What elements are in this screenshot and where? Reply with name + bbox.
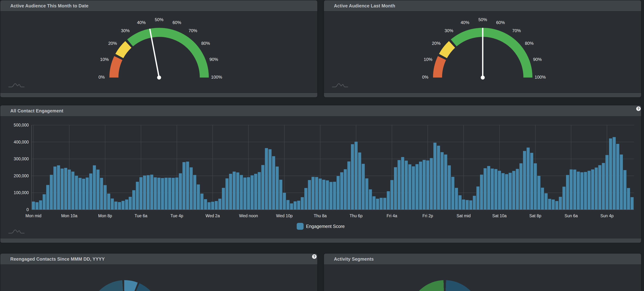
svg-text:300,000: 300,000: [14, 156, 29, 161]
svg-text:Thu 8a: Thu 8a: [314, 214, 327, 218]
svg-text:100,000: 100,000: [14, 190, 29, 195]
svg-text:100%: 100%: [211, 75, 222, 80]
wave-watermark-icon: [8, 83, 25, 88]
gauge-chart-last-month-body: 0%10%20%30%40%50%60%70%80%90%100%: [324, 12, 641, 92]
panel-header: All Contact Engagement: [0, 105, 641, 116]
svg-text:30%: 30%: [444, 28, 453, 33]
svg-text:Tue 4p: Tue 4p: [170, 214, 183, 218]
legend-label: Engagement Score: [306, 224, 344, 229]
svg-text:20%: 20%: [432, 41, 440, 46]
svg-text:10%: 10%: [424, 57, 432, 62]
svg-text:40%: 40%: [461, 20, 469, 25]
svg-text:90%: 90%: [533, 57, 542, 62]
panel-active-audience-this-month: Active Audience This Month to Date 0%10%…: [0, 0, 317, 97]
wave-watermark-icon: [8, 229, 25, 234]
svg-text:60%: 60%: [172, 20, 181, 25]
panel-header: Activity Segments: [324, 254, 641, 265]
bar-chart-body: 0100,000200,000300,000400,000500,000Mon …: [0, 116, 641, 238]
svg-text:Wed 2a: Wed 2a: [206, 214, 220, 218]
svg-text:30%: 30%: [121, 28, 130, 33]
panel-all-contact-engagement: ? All Contact Engagement 0100,000200,000…: [0, 105, 641, 243]
svg-text:Sun 4p: Sun 4p: [600, 214, 614, 218]
svg-text:200,000: 200,000: [14, 174, 29, 178]
gauge-chart: 0%10%20%30%40%50%60%70%80%90%100%: [324, 12, 641, 92]
panel-title: Activity Segments: [334, 256, 374, 262]
panel-active-audience-last-month: Active Audience Last Month 0%10%20%30%40…: [324, 0, 641, 97]
dashboard-page: Active Audience This Month to Date 0%10%…: [0, 0, 644, 291]
svg-text:20%: 20%: [108, 41, 117, 46]
svg-text:50%: 50%: [478, 17, 487, 22]
svg-text:60%: 60%: [496, 20, 505, 25]
gauge-chart-this-month-body: 0%10%20%30%40%50%60%70%80%90%100%: [0, 12, 317, 92]
panel-title: All Contact Engagement: [10, 108, 63, 114]
svg-text:Thu 6p: Thu 6p: [350, 214, 363, 218]
svg-text:400,000: 400,000: [14, 140, 29, 144]
svg-text:80%: 80%: [525, 41, 534, 46]
gauge-chart: 0%10%20%30%40%50%60%70%80%90%100%: [0, 12, 317, 92]
svg-text:0%: 0%: [422, 75, 428, 80]
panel-reengaged-contacts: ? Reengaged Contacts Since MMM DD, YYYY: [0, 254, 317, 291]
help-icon[interactable]: ?: [636, 106, 641, 111]
engagement-bar-chart: 0100,000200,000300,000400,000500,000Mon …: [0, 116, 640, 238]
panel-header: Active Audience This Month to Date: [0, 0, 317, 12]
panel-footer: [0, 92, 317, 97]
panel-header: Active Audience Last Month: [324, 0, 641, 12]
chart-legend: Engagement Score: [0, 223, 641, 230]
panel-title: Active Audience Last Month: [334, 3, 395, 8]
svg-text:Fri 4a: Fri 4a: [386, 214, 397, 218]
svg-text:40%: 40%: [137, 20, 146, 25]
svg-text:500,000: 500,000: [14, 123, 29, 128]
panel-activity-segments: Activity Segments: [324, 254, 641, 291]
svg-text:Mon mid: Mon mid: [26, 214, 42, 218]
svg-text:100%: 100%: [534, 75, 546, 80]
svg-text:50%: 50%: [155, 17, 164, 22]
svg-text:Sat mid: Sat mid: [456, 214, 470, 218]
pie-chart-activity-segments-body: [324, 265, 641, 291]
svg-text:90%: 90%: [209, 57, 218, 62]
panel-footer: [324, 92, 641, 97]
svg-text:70%: 70%: [512, 28, 521, 33]
svg-text:Mon 8p: Mon 8p: [98, 214, 112, 218]
panel-title: Active Audience This Month to Date: [10, 3, 88, 8]
legend-swatch: [297, 223, 304, 230]
svg-text:Wed noon: Wed noon: [239, 214, 258, 218]
help-icon[interactable]: ?: [312, 254, 316, 259]
panel-title: Reengaged Contacts Since MMM DD, YYYY: [10, 256, 105, 262]
svg-text:Fri 2p: Fri 2p: [422, 214, 433, 218]
svg-text:Tue 6a: Tue 6a: [134, 214, 147, 218]
svg-text:Sun 6a: Sun 6a: [565, 214, 578, 218]
svg-text:80%: 80%: [201, 41, 210, 46]
svg-text:10%: 10%: [100, 57, 109, 62]
panel-footer: [0, 238, 641, 243]
svg-text:0: 0: [26, 207, 29, 212]
reengaged-contacts-pie-chart: [88, 280, 161, 291]
svg-text:Wed 10p: Wed 10p: [276, 214, 293, 218]
svg-text:0%: 0%: [98, 75, 105, 80]
svg-text:Mon 10a: Mon 10a: [61, 214, 78, 218]
panel-header: Reengaged Contacts Since MMM DD, YYYY: [0, 254, 317, 265]
svg-text:70%: 70%: [188, 28, 197, 33]
activity-segments-pie-chart: [408, 280, 481, 291]
wave-watermark-icon: [332, 83, 348, 88]
svg-text:Sat 8p: Sat 8p: [529, 214, 541, 218]
svg-text:Sat 10a: Sat 10a: [492, 214, 506, 218]
pie-chart-reengaged-body: [0, 265, 317, 291]
